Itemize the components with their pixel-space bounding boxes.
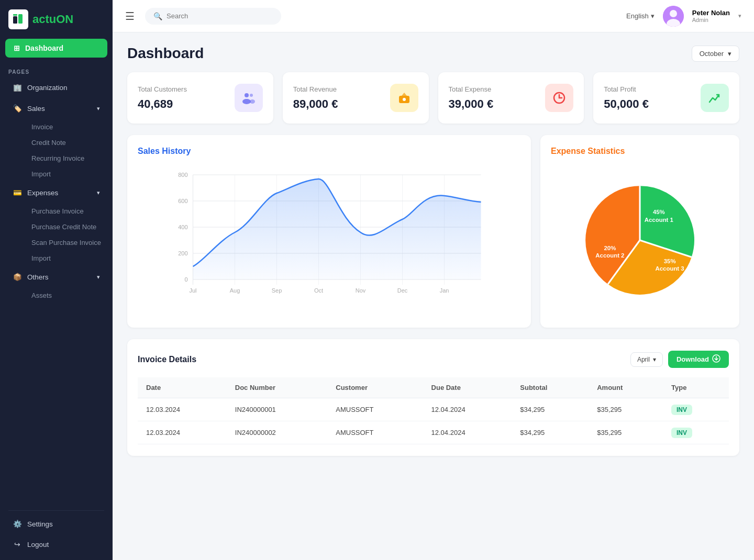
logout-icon: ↪ [13, 540, 22, 549]
pie-chart: 45% Account 1 20% Account 2 35% Account … [551, 164, 729, 316]
sidebar-item-assets[interactable]: Assets [27, 288, 108, 303]
expense-icon [545, 84, 573, 112]
sidebar-item-import[interactable]: Import [27, 166, 108, 182]
user-name: Peter Nolan [692, 9, 730, 17]
language-label: English [626, 12, 649, 20]
svg-text:35%: 35% [664, 258, 676, 264]
logout-label: Logout [27, 541, 49, 548]
others-submenu: Assets [0, 287, 113, 304]
col-amount: Amount [589, 377, 663, 398]
month-selector[interactable]: October ▾ [692, 46, 739, 62]
logo: actuON [0, 0, 113, 37]
sidebar-item-invoice[interactable]: Invoice [27, 119, 108, 135]
col-subtotal: Subtotal [512, 377, 589, 398]
cell-type: INV [663, 421, 729, 444]
download-button[interactable]: Download [668, 351, 729, 368]
sidebar-item-purchase-credit-note[interactable]: Purchase Credit Note [27, 219, 108, 234]
cell-type: INV [663, 398, 729, 421]
svg-text:Aug: Aug [230, 287, 240, 294]
logo-icon [8, 9, 28, 29]
svg-text:400: 400 [178, 224, 187, 230]
expense-statistics-card: Expense Statistics [540, 135, 739, 328]
sidebar-item-others[interactable]: 📦 Others ▾ [4, 267, 108, 287]
organization-label: Organization [27, 84, 68, 92]
invoice-month-chevron-icon: ▾ [653, 356, 656, 363]
topbar: ☰ 🔍 English ▾ Peter Nolan Admin ▾ [113, 0, 754, 32]
sidebar-item-expenses-import[interactable]: Import [27, 251, 108, 266]
svg-rect-0 [13, 16, 17, 24]
sales-label: Sales [27, 105, 45, 113]
sidebar-item-dashboard[interactable]: ⊞ Dashboard [5, 39, 107, 58]
stat-card-customers: Total Customers 40,689 [127, 72, 273, 124]
sidebar-item-sales[interactable]: 🏷️ Sales ▾ [4, 98, 108, 118]
sidebar-item-purchase-invoice[interactable]: Purchase Invoice [27, 204, 108, 219]
svg-text:Account 1: Account 1 [645, 217, 674, 223]
charts-row: Sales History [127, 135, 739, 328]
line-chart: 800 600 400 200 0 Jul Aug Sep Oct Nov De… [138, 164, 520, 295]
svg-point-9 [250, 99, 255, 104]
search-icon: 🔍 [153, 12, 162, 20]
svg-text:200: 200 [178, 250, 187, 256]
others-icon: 📦 [13, 272, 22, 282]
invoice-details-card: Invoice Details April ▾ Download [127, 339, 739, 456]
cell-customer: AMUSSOFT [327, 421, 423, 444]
svg-point-4 [670, 10, 677, 17]
svg-point-8 [242, 99, 251, 104]
logo-text: actuON [32, 13, 73, 26]
table-header-row: Date Doc Number Customer Due Date Subtot… [138, 377, 729, 398]
sidebar-bottom: ⚙️ Settings ↪ Logout [0, 507, 113, 560]
sidebar-divider [8, 510, 104, 511]
svg-text:Account 3: Account 3 [656, 265, 684, 272]
svg-text:Account 2: Account 2 [595, 252, 624, 259]
sidebar-item-organization[interactable]: 🏢 Organization [4, 77, 108, 97]
cell-customer: AMUSSOFT [327, 398, 423, 421]
cell-date: 12.03.2024 [138, 421, 227, 444]
svg-text:Jan: Jan [440, 287, 449, 294]
dashboard-label: Dashboard [25, 44, 63, 52]
sidebar-item-logout[interactable]: ↪ Logout [4, 534, 108, 554]
download-icon [712, 354, 720, 364]
hamburger-icon[interactable]: ☰ [125, 10, 135, 23]
lang-chevron-icon: ▾ [651, 12, 655, 20]
language-selector[interactable]: English ▾ [626, 12, 655, 20]
stat-card-expense: Total Expense 39,000 € [438, 72, 584, 124]
invoice-table: Date Doc Number Customer Due Date Subtot… [138, 377, 729, 444]
sales-history-card: Sales History [127, 135, 531, 328]
table-row: 12.03.2024 IN240000002 AMUSSOFT 12.04.20… [138, 421, 729, 444]
sidebar-item-credit-note[interactable]: Credit Note [27, 135, 108, 150]
stat-label-customers: Total Customers [138, 85, 187, 93]
svg-point-6 [245, 93, 249, 97]
col-date: Date [138, 377, 227, 398]
customers-icon [235, 84, 263, 112]
invoice-month-selector[interactable]: April ▾ [630, 352, 663, 367]
cell-date: 12.03.2024 [138, 398, 227, 421]
month-chevron-icon: ▾ [728, 50, 731, 58]
search-input[interactable] [167, 12, 261, 20]
stat-value-revenue: 89,000 € [293, 97, 338, 111]
stat-label-profit: Total Profit [604, 85, 649, 93]
profit-icon [701, 84, 729, 112]
col-customer: Customer [327, 377, 423, 398]
month-label: October [700, 50, 724, 58]
sales-submenu: Invoice Credit Note Recurring Invoice Im… [0, 119, 113, 182]
cell-amount: $35,295 [589, 421, 663, 444]
svg-text:Oct: Oct [314, 287, 323, 294]
cell-doc: IN240000001 [227, 398, 328, 421]
sidebar-item-expenses[interactable]: 💳 Expenses ▾ [4, 183, 108, 203]
expenses-label: Expenses [27, 189, 58, 197]
svg-rect-2 [13, 14, 17, 16]
invoice-header: Invoice Details April ▾ Download [138, 351, 729, 368]
others-label: Others [27, 273, 49, 281]
pages-label: PAGES [0, 63, 113, 77]
cell-subtotal: $34,295 [512, 421, 589, 444]
dashboard-icon: ⊞ [14, 44, 20, 52]
sidebar-item-scan-purchase-invoice[interactable]: Scan Purchase Invoice [27, 235, 108, 250]
user-menu-chevron-icon[interactable]: ▾ [738, 13, 741, 19]
table-row: 12.03.2024 IN240000001 AMUSSOFT 12.04.20… [138, 398, 729, 421]
sidebar-item-recurring-invoice[interactable]: Recurring Invoice [27, 151, 108, 166]
main-content: ☰ 🔍 English ▾ Peter Nolan Admin ▾ [113, 0, 754, 560]
dashboard-header: Dashboard October ▾ [127, 45, 739, 62]
sidebar-item-settings[interactable]: ⚙️ Settings [4, 514, 108, 534]
svg-text:Dec: Dec [397, 287, 408, 294]
svg-text:600: 600 [178, 198, 187, 204]
